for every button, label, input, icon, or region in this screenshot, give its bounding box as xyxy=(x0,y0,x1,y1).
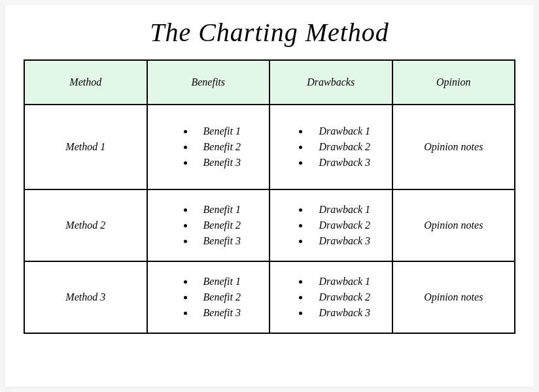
cell-benefits: Benefit 1 Benefit 2 Benefit 3 xyxy=(147,189,270,261)
benefits-list: Benefit 1 Benefit 2 Benefit 3 xyxy=(176,202,241,249)
table-row: Method 3 Benefit 1 Benefit 2 Benefit 3 D… xyxy=(24,261,515,333)
header-drawbacks: Drawbacks xyxy=(270,60,392,105)
list-item: Drawback 2 xyxy=(309,218,370,233)
list-item: Benefit 2 xyxy=(194,289,241,305)
list-item: Benefit 3 xyxy=(194,305,241,321)
cell-method: Method 2 xyxy=(24,189,147,261)
list-item: Drawback 3 xyxy=(309,233,370,249)
cell-benefits: Benefit 1 Benefit 2 Benefit 3 xyxy=(147,105,270,189)
list-item: Benefit 3 xyxy=(194,233,241,249)
page: The Charting Method Method Benefits Draw… xyxy=(5,5,534,387)
list-item: Drawback 2 xyxy=(309,289,370,305)
list-item: Drawback 3 xyxy=(309,155,370,171)
list-item: Drawback 1 xyxy=(309,202,370,218)
list-item: Benefit 1 xyxy=(194,123,241,139)
list-item: Benefit 2 xyxy=(194,139,241,155)
cell-opinion: Opinion notes xyxy=(392,261,515,333)
list-item: Benefit 3 xyxy=(194,155,241,171)
list-item: Drawback 2 xyxy=(309,139,370,155)
cell-opinion: Opinion notes xyxy=(392,105,515,189)
cell-opinion: Opinion notes xyxy=(392,189,515,261)
list-item: Benefit 1 xyxy=(194,274,241,289)
page-title: The Charting Method xyxy=(24,17,515,48)
list-item: Drawback 1 xyxy=(309,274,370,289)
list-item: Drawback 3 xyxy=(309,305,370,321)
table-row: Method 2 Benefit 1 Benefit 2 Benefit 3 D… xyxy=(24,189,515,261)
list-item: Benefit 1 xyxy=(194,202,241,218)
list-item: Drawback 1 xyxy=(309,123,370,139)
header-opinion: Opinion xyxy=(392,60,515,105)
cell-method: Method 1 xyxy=(24,105,147,189)
header-method: Method xyxy=(24,60,147,105)
table-row: Method 1 Benefit 1 Benefit 2 Benefit 3 D… xyxy=(24,105,515,189)
cell-method: Method 3 xyxy=(24,261,147,333)
cell-drawbacks: Drawback 1 Drawback 2 Drawback 3 xyxy=(270,105,392,189)
drawbacks-list: Drawback 1 Drawback 2 Drawback 3 xyxy=(291,123,370,171)
chart-table: Method Benefits Drawbacks Opinion Method… xyxy=(24,59,515,334)
cell-drawbacks: Drawback 1 Drawback 2 Drawback 3 xyxy=(270,189,392,261)
drawbacks-list: Drawback 1 Drawback 2 Drawback 3 xyxy=(291,202,370,249)
cell-benefits: Benefit 1 Benefit 2 Benefit 3 xyxy=(147,261,270,333)
drawbacks-list: Drawback 1 Drawback 2 Drawback 3 xyxy=(291,274,370,321)
benefits-list: Benefit 1 Benefit 2 Benefit 3 xyxy=(176,123,241,171)
header-benefits: Benefits xyxy=(147,60,270,105)
list-item: Benefit 2 xyxy=(194,218,241,233)
table-header-row: Method Benefits Drawbacks Opinion xyxy=(24,60,515,105)
benefits-list: Benefit 1 Benefit 2 Benefit 3 xyxy=(176,274,241,321)
cell-drawbacks: Drawback 1 Drawback 2 Drawback 3 xyxy=(270,261,392,333)
